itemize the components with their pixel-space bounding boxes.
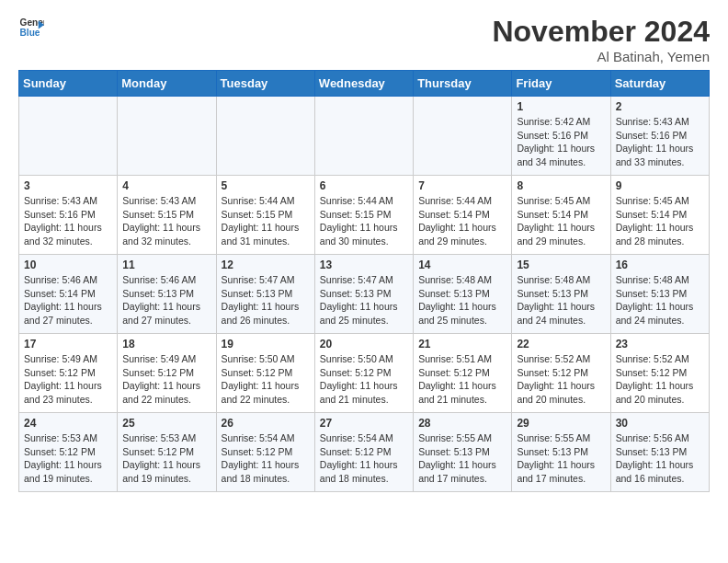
day-info-line: Sunrise: 5:42 AM [517, 115, 605, 129]
day-info-line: Sunset: 5:13 PM [122, 287, 210, 301]
day-info-line: Sunset: 5:15 PM [122, 208, 210, 222]
day-info-line: Daylight: 11 hours and 29 minutes. [418, 221, 506, 247]
day-info-line: Sunrise: 5:48 AM [616, 273, 704, 287]
day-info-line: Sunrise: 5:49 AM [24, 352, 112, 366]
day-number: 9 [616, 179, 704, 192]
day-number: 3 [24, 179, 112, 192]
day-info-line: Sunset: 5:14 PM [24, 287, 112, 301]
day-info-line: Sunrise: 5:52 AM [616, 352, 704, 366]
calendar-cell: 1Sunrise: 5:42 AMSunset: 5:16 PMDaylight… [512, 97, 610, 176]
calendar-cell: 14Sunrise: 5:48 AMSunset: 5:13 PMDayligh… [414, 255, 512, 334]
calendar-cell [118, 97, 216, 176]
day-info-line: Daylight: 11 hours and 27 minutes. [24, 300, 112, 327]
day-info-line: Sunset: 5:12 PM [222, 366, 310, 380]
day-number: 11 [122, 259, 210, 271]
day-info-line: Sunrise: 5:55 AM [418, 431, 506, 445]
day-info-line: Daylight: 11 hours and 32 minutes. [122, 221, 210, 247]
day-number: 5 [222, 179, 310, 192]
day-info-line: Sunrise: 5:44 AM [320, 194, 408, 208]
calendar-cell: 6Sunrise: 5:44 AMSunset: 5:15 PMDaylight… [314, 176, 413, 255]
calendar-cell: 18Sunrise: 5:49 AMSunset: 5:12 PMDayligh… [118, 334, 216, 413]
day-info-line: Sunset: 5:14 PM [616, 208, 704, 222]
calendar-cell: 24Sunrise: 5:53 AMSunset: 5:12 PMDayligh… [19, 413, 118, 492]
day-info-line: Daylight: 11 hours and 18 minutes. [222, 458, 310, 485]
day-info-line: Sunset: 5:13 PM [616, 287, 704, 301]
day-info-line: Daylight: 11 hours and 31 minutes. [222, 221, 310, 247]
day-info-line: Sunset: 5:16 PM [517, 129, 605, 143]
day-info-line: Daylight: 11 hours and 17 minutes. [517, 458, 605, 485]
day-info-line: Daylight: 11 hours and 28 minutes. [616, 221, 704, 247]
day-info-line: Daylight: 11 hours and 32 minutes. [24, 221, 112, 247]
day-info-line: Daylight: 11 hours and 23 minutes. [24, 379, 112, 406]
day-info-line: Sunrise: 5:48 AM [418, 273, 506, 287]
day-number: 18 [122, 338, 210, 350]
day-info-line: Daylight: 11 hours and 17 minutes. [418, 458, 506, 485]
day-info-line: Sunset: 5:13 PM [517, 445, 605, 459]
calendar-cell: 5Sunrise: 5:44 AMSunset: 5:15 PMDaylight… [216, 176, 314, 255]
day-info-line: Sunrise: 5:51 AM [418, 352, 506, 366]
calendar-day-header: Wednesday [314, 71, 413, 97]
calendar-cell: 19Sunrise: 5:50 AMSunset: 5:12 PMDayligh… [216, 334, 314, 413]
day-info-line: Sunset: 5:12 PM [222, 445, 310, 459]
day-info-line: Sunrise: 5:45 AM [517, 194, 605, 208]
day-info-line: Sunset: 5:13 PM [616, 445, 704, 459]
day-info-line: Sunrise: 5:54 AM [320, 431, 408, 445]
day-info-line: Sunset: 5:13 PM [418, 445, 506, 459]
day-info-line: Sunset: 5:12 PM [24, 366, 112, 380]
day-number: 13 [320, 259, 408, 271]
day-info-line: Sunrise: 5:55 AM [517, 431, 605, 445]
day-info-line: Sunset: 5:12 PM [320, 445, 408, 459]
day-number: 7 [418, 179, 506, 192]
day-info-line: Daylight: 11 hours and 21 minutes. [320, 379, 408, 406]
calendar-cell: 26Sunrise: 5:54 AMSunset: 5:12 PMDayligh… [216, 413, 314, 492]
day-number: 6 [320, 179, 408, 192]
day-info-line: Sunrise: 5:52 AM [517, 352, 605, 366]
calendar-day-header: Tuesday [216, 71, 314, 97]
day-info-line: Sunset: 5:14 PM [418, 208, 506, 222]
day-number: 2 [616, 100, 704, 113]
day-number: 14 [418, 259, 506, 271]
day-number: 4 [122, 179, 210, 192]
calendar-cell: 16Sunrise: 5:48 AMSunset: 5:13 PMDayligh… [610, 255, 709, 334]
calendar-cell: 17Sunrise: 5:49 AMSunset: 5:12 PMDayligh… [19, 334, 118, 413]
day-info-line: Sunset: 5:13 PM [517, 287, 605, 301]
logo-icon: General Blue [18, 15, 44, 40]
page-header: General Blue November 2024 Al Batinah, Y… [18, 15, 710, 64]
calendar-day-header: Saturday [610, 71, 709, 97]
day-info-line: Sunset: 5:16 PM [24, 208, 112, 222]
calendar-cell: 20Sunrise: 5:50 AMSunset: 5:12 PMDayligh… [314, 334, 413, 413]
day-info-line: Daylight: 11 hours and 30 minutes. [320, 221, 408, 247]
day-info-line: Daylight: 11 hours and 18 minutes. [320, 458, 408, 485]
calendar-cell: 28Sunrise: 5:55 AMSunset: 5:13 PMDayligh… [414, 413, 512, 492]
calendar-cell [216, 97, 314, 176]
day-info-line: Sunrise: 5:43 AM [122, 194, 210, 208]
calendar-cell: 29Sunrise: 5:55 AMSunset: 5:13 PMDayligh… [512, 413, 610, 492]
day-info-line: Daylight: 11 hours and 33 minutes. [616, 142, 704, 168]
day-number: 21 [418, 338, 506, 350]
day-info-line: Sunset: 5:15 PM [222, 208, 310, 222]
calendar-week-row: 10Sunrise: 5:46 AMSunset: 5:14 PMDayligh… [19, 255, 710, 334]
day-info-line: Sunrise: 5:50 AM [320, 352, 408, 366]
day-number: 17 [24, 338, 112, 350]
day-number: 19 [222, 338, 310, 350]
day-info-line: Sunrise: 5:47 AM [222, 273, 310, 287]
calendar-cell: 9Sunrise: 5:45 AMSunset: 5:14 PMDaylight… [610, 176, 709, 255]
calendar-week-row: 17Sunrise: 5:49 AMSunset: 5:12 PMDayligh… [19, 334, 710, 413]
calendar-cell: 4Sunrise: 5:43 AMSunset: 5:15 PMDaylight… [118, 176, 216, 255]
day-info-line: Daylight: 11 hours and 34 minutes. [517, 142, 605, 168]
day-number: 29 [517, 417, 605, 430]
day-number: 26 [222, 417, 310, 430]
day-info-line: Sunset: 5:13 PM [418, 287, 506, 301]
day-info-line: Sunset: 5:12 PM [24, 445, 112, 459]
title-block: November 2024 Al Batinah, Yemen [492, 15, 710, 64]
calendar-day-header: Sunday [19, 71, 118, 97]
day-number: 28 [418, 417, 506, 430]
day-info-line: Sunrise: 5:56 AM [616, 431, 704, 445]
calendar-cell: 2Sunrise: 5:43 AMSunset: 5:16 PMDaylight… [610, 97, 709, 176]
calendar-header-row: SundayMondayTuesdayWednesdayThursdayFrid… [19, 71, 710, 97]
calendar-cell: 11Sunrise: 5:46 AMSunset: 5:13 PMDayligh… [118, 255, 216, 334]
day-info-line: Sunrise: 5:44 AM [418, 194, 506, 208]
day-info-line: Sunrise: 5:47 AM [320, 273, 408, 287]
calendar-cell: 10Sunrise: 5:46 AMSunset: 5:14 PMDayligh… [19, 255, 118, 334]
day-number: 20 [320, 338, 408, 350]
